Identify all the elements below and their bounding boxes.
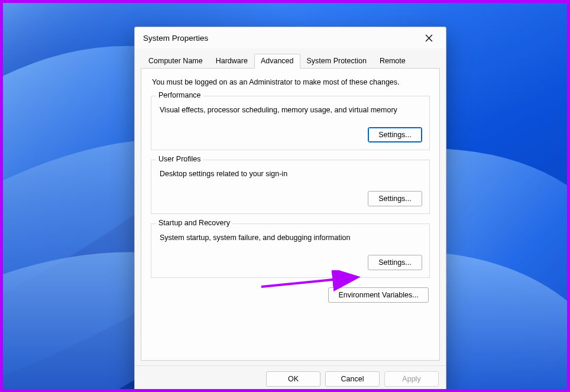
screenshot-frame: System Properties Computer Name Hardware…	[0, 0, 570, 392]
group-user-profiles-desc: Desktop settings related to your sign-in	[158, 169, 422, 178]
tab-computer-name[interactable]: Computer Name	[142, 54, 209, 69]
group-performance-legend: Performance	[156, 91, 203, 99]
group-performance-desc: Visual effects, processor scheduling, me…	[158, 105, 422, 114]
tab-remote[interactable]: Remote	[373, 54, 412, 69]
group-user-profiles-legend: User Profiles	[156, 155, 203, 163]
cancel-button[interactable]: Cancel	[325, 371, 380, 387]
tab-advanced[interactable]: Advanced	[254, 54, 300, 69]
titlebar: System Properties	[135, 27, 446, 48]
group-user-profiles: User Profiles Desktop settings related t…	[151, 160, 430, 214]
startup-recovery-settings-button[interactable]: Settings...	[368, 255, 422, 270]
group-performance: Performance Visual effects, processor sc…	[151, 96, 430, 150]
apply-button: Apply	[384, 371, 439, 387]
group-startup-recovery-desc: System startup, system failure, and debu…	[158, 232, 422, 242]
dialog-footer: OK Cancel Apply	[135, 365, 446, 391]
admin-notice: You must be logged on as an Administrato…	[152, 78, 430, 86]
ok-button[interactable]: OK	[266, 371, 320, 387]
tab-content-advanced: You must be logged on as an Administrato…	[141, 69, 440, 361]
group-startup-recovery: Startup and Recovery System startup, sys…	[151, 223, 430, 278]
user-profiles-settings-button[interactable]: Settings...	[368, 191, 422, 206]
performance-settings-button[interactable]: Settings...	[368, 127, 422, 142]
tab-row: Computer Name Hardware Advanced System P…	[141, 53, 440, 69]
close-icon	[425, 34, 433, 42]
group-startup-recovery-legend: Startup and Recovery	[156, 219, 232, 227]
close-button[interactable]	[417, 30, 440, 46]
environment-variables-button[interactable]: Environment Variables...	[328, 287, 429, 303]
tabs-area: Computer Name Hardware Advanced System P…	[135, 48, 446, 69]
window-title: System Properties	[143, 34, 208, 43]
system-properties-dialog: System Properties Computer Name Hardware…	[134, 27, 446, 392]
tab-system-protection[interactable]: System Protection	[300, 54, 373, 69]
tab-hardware[interactable]: Hardware	[209, 54, 254, 69]
